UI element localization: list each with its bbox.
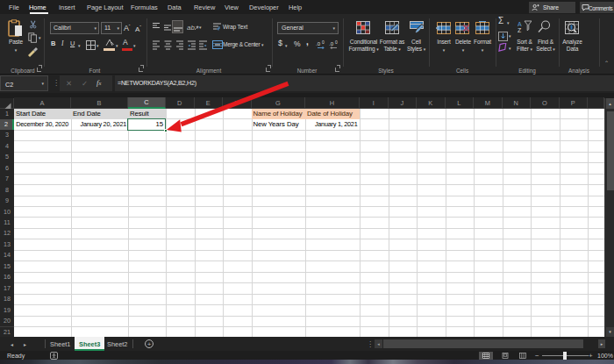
- svg-text:A: A: [518, 21, 522, 27]
- svg-text:Z: Z: [518, 27, 522, 33]
- svg-text:0: 0: [322, 39, 325, 45]
- svg-text:ab: ab: [187, 24, 195, 32]
- svg-text:0: 0: [335, 39, 338, 45]
- svg-text:.0: .0: [316, 41, 321, 46]
- svg-text:.0: .0: [329, 41, 334, 46]
